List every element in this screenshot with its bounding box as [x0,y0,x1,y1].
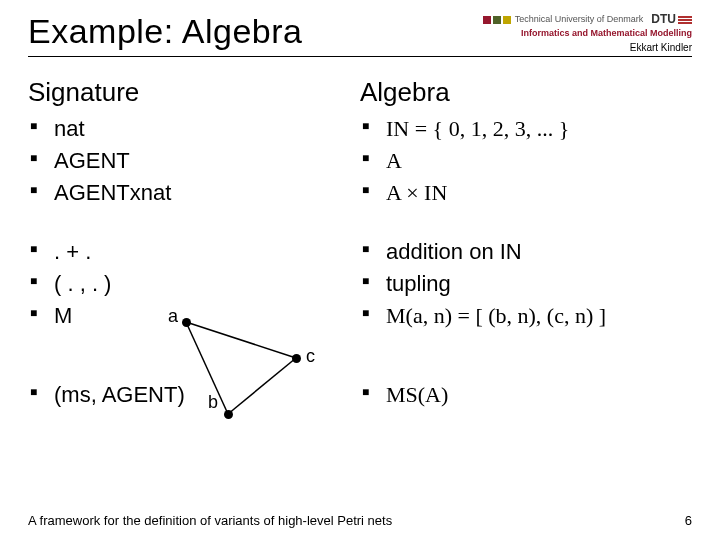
page-number: 6 [685,513,692,528]
triangle-edges-icon [168,310,328,430]
list-item: MS(A) [360,380,692,410]
list-item: ( . , . ) [28,269,360,299]
right-list-3: MS(A) [360,380,692,410]
logo-area: Technical University of Denmark DTU Info… [483,12,692,54]
list-item: nat [28,114,360,144]
footer: A framework for the definition of varian… [28,513,692,528]
institution-top: Technical University of Denmark [515,14,644,26]
label-c: c [306,346,315,367]
list-item: AGENTxnat [28,178,360,208]
right-column: Algebra IN = { 0, 1, 2, 3, ... } A A × I… [360,77,692,412]
node-a-icon [182,318,191,327]
content-columns: Signature nat AGENT AGENTxnat . + . ( . … [28,77,692,412]
institution-bottom: Informatics and Mathematical Modelling [483,28,692,40]
left-heading: Signature [28,77,360,108]
left-list-1: nat AGENT AGENTxnat [28,114,360,207]
dtu-text: DTU [651,12,676,28]
list-item: A × IN [360,178,692,208]
author: Ekkart Kindler [483,41,692,54]
dtu-logo-icon: DTU [651,12,692,28]
slide-title: Example: Algebra [28,12,303,51]
list-item: IN = { 0, 1, 2, 3, ... } [360,114,692,144]
list-item: AGENT [28,146,360,176]
svg-line-1 [186,322,228,414]
label-a: a [168,306,178,327]
node-b-icon [224,410,233,419]
svg-line-2 [228,358,296,414]
triangle-diagram: a c b [168,310,328,430]
logo-squares-icon [483,16,511,24]
footer-text: A framework for the definition of varian… [28,513,392,528]
list-item: M(a, n) = [ (b, n), (c, n) ] [360,301,692,331]
list-item: . + . [28,237,360,267]
title-row: Example: Algebra Technical University of… [28,12,692,54]
node-c-icon [292,354,301,363]
list-item: addition on IN [360,237,692,267]
list-item: A [360,146,692,176]
svg-line-0 [186,322,296,358]
label-b: b [208,392,218,413]
right-list-2: addition on IN tupling M(a, n) = [ (b, n… [360,237,692,330]
slide: Example: Algebra Technical University of… [0,0,720,540]
right-list-1: IN = { 0, 1, 2, 3, ... } A A × IN [360,114,692,207]
list-item: tupling [360,269,692,299]
right-heading: Algebra [360,77,692,108]
divider [28,56,692,57]
